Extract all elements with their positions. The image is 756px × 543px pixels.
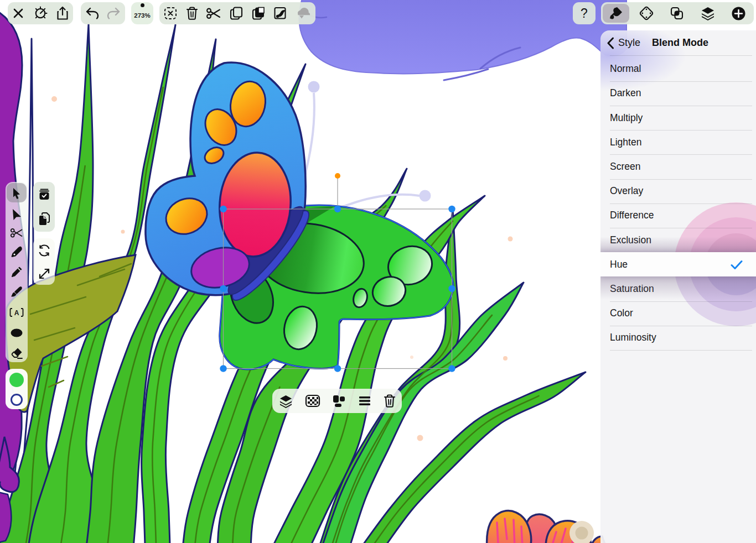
svg-text:A: A [14, 309, 19, 317]
